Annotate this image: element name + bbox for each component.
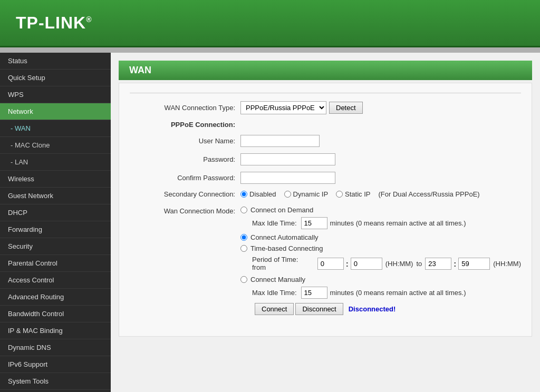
connect-manually-label: Connect Manually <box>250 276 305 283</box>
sidebar-item-security[interactable]: Security <box>0 238 111 255</box>
wan-connection-mode-options: Connect on Demand Max Idle Time: 15 minu… <box>240 206 521 319</box>
sidebar-item-network[interactable]: Network <box>0 103 111 120</box>
sidebar-item-ip-mac-binding[interactable]: IP & MAC Binding <box>0 322 111 339</box>
password-row: Password: <box>130 153 521 165</box>
sidebar-item-status[interactable]: Status <box>0 53 111 70</box>
sidebar-item-forwarding[interactable]: Forwarding <box>0 221 111 238</box>
wan-connection-mode-label: Wan Connection Mode: <box>130 206 235 215</box>
wan-connection-type-row: WAN Connection Type: PPPoE/Russia PPPoE … <box>130 101 521 114</box>
sidebar-item-guest-network[interactable]: Guest Network <box>0 188 111 204</box>
connection-status: Disconnected! <box>349 305 396 313</box>
max-idle-time-label-2: Max Idle Time: <box>252 289 297 297</box>
sidebar-item-system-tools[interactable]: System Tools <box>0 373 111 390</box>
secondary-static-option[interactable]: Static IP <box>336 190 370 198</box>
secondary-connection-label: Secondary Connection: <box>130 190 235 198</box>
confirm-password-label: Confirm Password: <box>130 174 235 182</box>
sidebar: Status Quick Setup WPS Network - WAN - M… <box>0 53 111 392</box>
connect-automatically-label: Connect Automatically <box>250 233 319 241</box>
header: TP-LINK® <box>0 0 540 47</box>
secondary-note: (For Dual Access/Russia PPPoE) <box>378 190 479 198</box>
connect-automatically-radio[interactable] <box>240 234 247 241</box>
wan-connection-mode-row: Wan Connection Mode: Connect on Demand M… <box>130 206 521 319</box>
wan-connection-type-select[interactable]: PPPoE/Russia PPPoE Dynamic IP Static IP … <box>240 101 326 114</box>
logo-text: TP-LINK <box>16 13 86 32</box>
period-from-h-input[interactable]: 0 <box>317 258 344 270</box>
secondary-disabled-option[interactable]: Disabled <box>240 190 276 198</box>
connect-on-demand-label: Connect on Demand <box>250 206 313 214</box>
pppoe-connection-label: PPPoE Connection: <box>130 121 235 129</box>
logo: TP-LINK® <box>16 13 92 33</box>
secondary-disabled-radio[interactable] <box>240 191 247 198</box>
max-idle-time-input-1[interactable]: 15 <box>301 217 327 229</box>
sidebar-item-advanced-routing[interactable]: Advanced Routing <box>0 289 111 306</box>
period-label: Period of Time: from <box>252 256 313 271</box>
username-row: User Name: <box>130 135 521 147</box>
max-idle-time-note-2: minutes (0 means remain active at all ti… <box>330 289 466 297</box>
page-title: WAN <box>119 61 532 80</box>
logo-reg: ® <box>86 15 92 24</box>
password-input[interactable] <box>240 153 335 165</box>
layout: Status Quick Setup WPS Network - WAN - M… <box>0 53 540 392</box>
secondary-static-radio[interactable] <box>336 191 343 198</box>
sidebar-item-bandwidth-control[interactable]: Bandwidth Control <box>0 306 111 322</box>
colon-2: : <box>454 259 456 268</box>
secondary-dynamic-option[interactable]: Dynamic IP <box>284 190 328 198</box>
max-idle-time-input-2[interactable]: 15 <box>301 287 327 299</box>
time-based-row: Time-based Connecting <box>240 244 521 252</box>
sidebar-item-mac-clone[interactable]: - MAC Clone <box>0 137 111 154</box>
sidebar-item-dynamic-dns[interactable]: Dynamic DNS <box>0 339 111 356</box>
connect-button[interactable]: Connect <box>255 303 294 315</box>
sidebar-item-parental-control[interactable]: Parental Control <box>0 255 111 272</box>
hhmm-label-1: (HH:MM) <box>385 260 413 268</box>
time-based-radio[interactable] <box>240 245 247 252</box>
connect-on-demand-radio[interactable] <box>240 207 247 213</box>
gray-bar <box>0 47 540 53</box>
connect-buttons-row: Connect Disconnect Disconnected! <box>252 303 521 315</box>
username-label: User Name: <box>130 137 235 145</box>
period-of-time-row: Period of Time: from 0 : 0 (HH:MM) to 23… <box>252 256 521 271</box>
colon-1: : <box>346 259 349 268</box>
username-input[interactable] <box>240 135 320 147</box>
period-to-m-input[interactable]: 59 <box>458 258 490 270</box>
secondary-connection-options: Disabled Dynamic IP Static IP (For Dual … <box>240 190 480 198</box>
max-idle-time-row-1: Max Idle Time: 15 minutes (0 means remai… <box>252 217 521 229</box>
content-area: WAN Connection Type: PPPoE/Russia PPPoE … <box>119 83 532 337</box>
sidebar-item-wan[interactable]: - WAN <box>0 120 111 137</box>
period-to-h-input[interactable]: 23 <box>425 258 451 270</box>
period-from-m-input[interactable]: 0 <box>351 258 382 270</box>
sidebar-item-logout[interactable]: Logout <box>0 390 111 392</box>
max-idle-time-label-1: Max Idle Time: <box>252 219 297 227</box>
connect-on-demand-row: Connect on Demand <box>240 206 521 214</box>
hhmm-label-2: (HH:MM) <box>493 260 521 268</box>
max-idle-time-note-1: minutes (0 means remain active at all ti… <box>330 219 466 227</box>
pppoe-connection-row: PPPoE Connection: <box>130 121 521 129</box>
to-label: to <box>416 260 422 268</box>
detect-button[interactable]: Detect <box>329 102 363 114</box>
connect-automatically-row: Connect Automatically <box>240 233 521 241</box>
confirm-password-row: Confirm Password: <box>130 172 521 184</box>
connect-manually-row: Connect Manually <box>240 276 521 283</box>
sidebar-item-ipv6-support[interactable]: IPv6 Support <box>0 356 111 373</box>
sidebar-item-quick-setup[interactable]: Quick Setup <box>0 70 111 86</box>
divider <box>130 93 521 93</box>
sidebar-item-wps[interactable]: WPS <box>0 86 111 103</box>
secondary-connection-row: Secondary Connection: Disabled Dynamic I… <box>130 190 521 198</box>
sidebar-item-dhcp[interactable]: DHCP <box>0 204 111 221</box>
wan-connection-type-label: WAN Connection Type: <box>130 104 235 112</box>
main-content: WAN WAN Connection Type: PPPoE/Russia PP… <box>111 53 540 392</box>
confirm-password-input[interactable] <box>240 172 335 184</box>
password-label: Password: <box>130 155 235 163</box>
sidebar-item-access-control[interactable]: Access Control <box>0 272 111 289</box>
max-idle-time-row-2: Max Idle Time: 15 minutes (0 means remai… <box>252 287 521 299</box>
sidebar-item-wireless[interactable]: Wireless <box>0 171 111 188</box>
time-based-label: Time-based Connecting <box>250 244 323 252</box>
connect-manually-radio[interactable] <box>240 276 247 283</box>
secondary-dynamic-radio[interactable] <box>284 191 291 198</box>
sidebar-item-lan[interactable]: - LAN <box>0 154 111 171</box>
disconnect-button[interactable]: Disconnect <box>295 303 343 315</box>
